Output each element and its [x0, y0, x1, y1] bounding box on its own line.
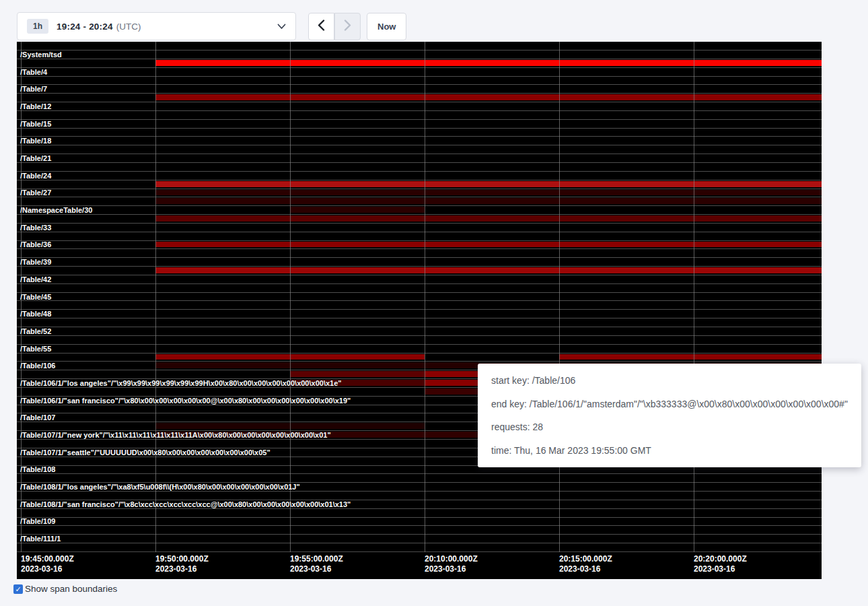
hot-span-band[interactable]: [155, 215, 822, 222]
tooltip-start-key: start key: /Table/106: [491, 375, 848, 386]
span-row[interactable]: [17, 163, 822, 172]
row-label: /Table/107/1/"new york"/"\x11\x11\x11\x1…: [20, 431, 331, 439]
time-gridline: [425, 42, 425, 552]
span-row[interactable]: [17, 197, 822, 206]
hot-span-band[interactable]: [425, 389, 485, 395]
row-label: /Table/106: [20, 362, 55, 370]
span-row[interactable]: [17, 77, 822, 86]
span-row[interactable]: [17, 94, 822, 102]
span-row[interactable]: [17, 492, 822, 500]
span-row[interactable]: [17, 129, 822, 137]
key-span-group: /Table/109: [17, 518, 822, 535]
row-label: /Table/27: [20, 189, 51, 197]
chevron-down-icon: [277, 24, 286, 30]
span-row[interactable]: [17, 111, 822, 120]
row-label: /Table/21: [20, 154, 51, 162]
span-row[interactable]: [17, 42, 822, 50]
hot-span-band[interactable]: [155, 242, 822, 248]
span-row[interactable]: /Table/111/1: [17, 535, 822, 543]
row-label: /Table/106/1/"san francisco"/"\x80\x00\x…: [20, 397, 351, 405]
span-row[interactable]: [17, 284, 822, 293]
row-label: /Table/108/1/"los angeles"/"\xa8\xf5\u00…: [20, 483, 300, 491]
key-span-group: /Table/21: [17, 154, 822, 172]
next-range-button[interactable]: [334, 13, 361, 40]
span-row[interactable]: [17, 249, 822, 258]
tooltip-end-key: end key: /Table/106/1/"amsterdam"/"\xb33…: [491, 399, 848, 409]
footer: ✓ Show span boundaries: [13, 584, 117, 594]
span-row[interactable]: /Table/42: [17, 275, 822, 284]
x-axis-tick: 19:50:00.000Z2023-03-16: [155, 554, 209, 574]
hot-span-band[interactable]: [155, 190, 822, 196]
span-row[interactable]: [17, 474, 822, 483]
hot-span-band[interactable]: [290, 207, 425, 213]
x-axis: 19:45:00.000Z2023-03-1619:50:00.000Z2023…: [17, 552, 822, 579]
hot-span-band[interactable]: [155, 60, 822, 66]
span-row[interactable]: [17, 180, 822, 189]
span-row[interactable]: /Table/33: [17, 224, 822, 232]
prev-range-button[interactable]: [308, 13, 334, 40]
span-row[interactable]: [17, 232, 822, 241]
hot-span-band[interactable]: [155, 198, 822, 204]
hot-span-band[interactable]: [559, 354, 822, 360]
time-gridline: [155, 42, 156, 552]
show-span-boundaries-label: Show span boundaries: [25, 584, 117, 594]
span-row[interactable]: [17, 354, 822, 362]
span-row[interactable]: /Table/55: [17, 345, 822, 354]
hot-span-band[interactable]: [155, 181, 822, 187]
span-row[interactable]: [17, 509, 822, 518]
hot-span-band[interactable]: [425, 380, 485, 386]
span-row[interactable]: /System/tsd: [17, 50, 822, 59]
span-row[interactable]: /Table/45: [17, 293, 822, 302]
row-label: /Table/55: [20, 345, 51, 353]
time-gridline: [694, 42, 694, 552]
key-span-group: /Table/48: [17, 310, 822, 327]
row-label: /Table/108: [20, 465, 55, 473]
span-row[interactable]: [17, 267, 822, 275]
hot-span-band[interactable]: [155, 267, 822, 273]
span-row[interactable]: /Table/109: [17, 518, 822, 527]
span-row[interactable]: /Table/21: [17, 154, 822, 163]
span-row[interactable]: [17, 543, 822, 552]
row-label: /Table/107: [20, 413, 55, 422]
row-label: /Table/52: [20, 327, 51, 335]
span-row[interactable]: [17, 318, 822, 327]
span-row[interactable]: /Table/39: [17, 258, 822, 267]
span-row[interactable]: /Table/108/1/"los angeles"/"\xa8\xf5\u00…: [17, 483, 822, 492]
span-row[interactable]: [17, 59, 822, 68]
now-button[interactable]: Now: [367, 13, 406, 40]
span-row[interactable]: /Table/108/1/"san francisco"/"\x8c\xcc\x…: [17, 500, 822, 509]
row-label: /Table/24: [20, 172, 51, 180]
span-row[interactable]: /Table/18: [17, 137, 822, 145]
span-row[interactable]: /Table/15: [17, 120, 822, 129]
span-row[interactable]: [17, 145, 822, 154]
span-row[interactable]: /Table/4: [17, 68, 822, 77]
span-row[interactable]: /Table/36: [17, 241, 822, 250]
span-row[interactable]: /Table/12: [17, 102, 822, 111]
key-span-group: /Table/39: [17, 258, 822, 275]
span-row[interactable]: /Table/52: [17, 327, 822, 336]
span-row[interactable]: /Table/27: [17, 189, 822, 198]
hot-span-band[interactable]: [155, 94, 822, 100]
span-row[interactable]: /Table/48: [17, 310, 822, 318]
row-label: /Table/7: [20, 85, 47, 93]
span-row[interactable]: [17, 336, 822, 345]
span-row[interactable]: /NamespaceTable/30: [17, 206, 822, 215]
span-row[interactable]: /Table/24: [17, 172, 822, 180]
key-visualizer-rows[interactable]: /System/tsd/Table/4/Table/7/Table/12/Tab…: [17, 42, 822, 552]
hot-span-band[interactable]: [425, 371, 485, 377]
span-row[interactable]: [17, 301, 822, 310]
x-axis-tick: 20:20:00.000Z2023-03-16: [694, 554, 747, 574]
time-range-label: 19:24 - 20:24: [57, 22, 113, 32]
span-row[interactable]: [17, 215, 822, 224]
key-span-group: /Table/36: [17, 241, 822, 259]
key-span-group: /Table/33: [17, 224, 822, 241]
hot-span-band[interactable]: [290, 371, 425, 377]
show-span-boundaries-checkbox[interactable]: ✓: [13, 584, 23, 594]
span-row[interactable]: /Table/7: [17, 85, 822, 94]
key-span-group: /Table/52: [17, 327, 822, 345]
time-range-selector[interactable]: 1h 19:24 - 20:24 (UTC): [17, 12, 296, 40]
key-span-group: /Table/111/1: [17, 535, 822, 552]
toolbar: 1h 19:24 - 20:24 (UTC) Now: [17, 12, 406, 40]
span-row[interactable]: [17, 526, 822, 535]
span-tooltip: start key: /Table/106 end key: /Table/10…: [478, 364, 861, 467]
